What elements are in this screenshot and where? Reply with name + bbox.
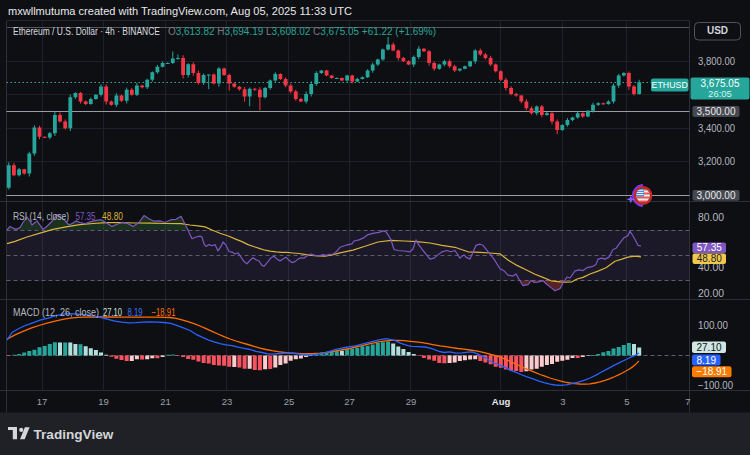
svg-text:27.10: 27.10 xyxy=(696,342,721,353)
svg-text:48.80: 48.80 xyxy=(102,211,123,222)
svg-text:21: 21 xyxy=(160,396,171,407)
svg-text:MACD (12, 26, close): MACD (12, 26, close) xyxy=(13,307,99,318)
svg-text:3,500.00: 3,500.00 xyxy=(697,106,736,117)
svg-text:57.35: 57.35 xyxy=(697,242,722,253)
svg-text:3,200.00: 3,200.00 xyxy=(698,156,735,167)
svg-text:3,000.00: 3,000.00 xyxy=(697,190,736,201)
svg-text:19: 19 xyxy=(98,396,109,407)
svg-text:8.19: 8.19 xyxy=(697,355,717,366)
svg-text:80.00: 80.00 xyxy=(698,212,724,223)
svg-text:Aug: Aug xyxy=(492,396,511,407)
svg-text:27: 27 xyxy=(344,396,355,407)
svg-text:O3,613.82 H3,694.19 L3,608.02: O3,613.82 H3,694.19 L3,608.02 C3,675.05 … xyxy=(168,26,436,37)
svg-text:ETHUSD: ETHUSD xyxy=(652,80,688,90)
svg-text:−18.91: −18.91 xyxy=(696,366,727,377)
svg-text:3: 3 xyxy=(560,396,565,407)
svg-text:26:05: 26:05 xyxy=(708,88,732,99)
svg-text:17: 17 xyxy=(37,396,48,407)
svg-text:RSI (14, close): RSI (14, close) xyxy=(13,211,69,222)
svg-text:mxwllmutuma created with Tradi: mxwllmutuma created with TradingView.com… xyxy=(8,5,352,17)
svg-text:27.10: 27.10 xyxy=(103,307,122,318)
svg-text:3,800.00: 3,800.00 xyxy=(698,56,735,67)
svg-text:−100.00: −100.00 xyxy=(698,380,733,391)
svg-text:100.00: 100.00 xyxy=(698,320,728,331)
svg-text:20.00: 20.00 xyxy=(698,288,724,299)
svg-text:−18.91: −18.91 xyxy=(152,307,176,318)
svg-text:USD: USD xyxy=(707,25,728,36)
svg-text:25: 25 xyxy=(284,396,295,407)
svg-text:8.19: 8.19 xyxy=(128,307,143,318)
svg-text:23: 23 xyxy=(222,396,233,407)
svg-text:7: 7 xyxy=(685,396,690,407)
svg-text:Ethereum / U.S. Dollar · 4h ·: Ethereum / U.S. Dollar · 4h · BINANCE xyxy=(13,26,160,37)
svg-text:3,400.00: 3,400.00 xyxy=(698,123,735,134)
svg-text:5: 5 xyxy=(624,396,629,407)
svg-text:57.35: 57.35 xyxy=(76,211,96,222)
svg-text:29: 29 xyxy=(406,396,417,407)
svg-text:48.80: 48.80 xyxy=(697,253,722,264)
svg-text:TradingView: TradingView xyxy=(34,427,114,442)
